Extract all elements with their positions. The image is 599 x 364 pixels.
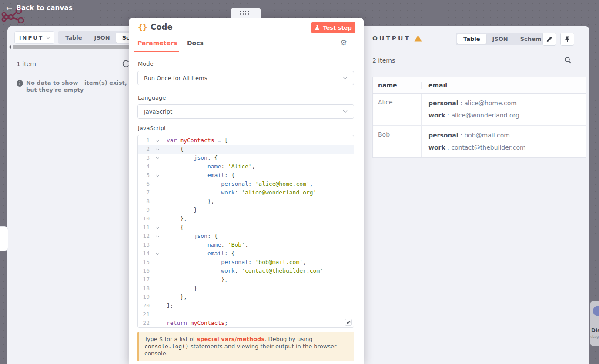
gutter-line: 12: [138, 232, 164, 240]
modal-drag-handle-icon[interactable]: [231, 8, 261, 18]
left-panel-handle[interactable]: [0, 226, 8, 251]
code-line[interactable]: }: [164, 206, 354, 214]
line-number: 17: [138, 275, 150, 284]
hint-code-snippet: console.log(): [144, 343, 189, 350]
fold-chevron-icon[interactable]: [156, 173, 159, 176]
line-number: 20: [138, 301, 150, 310]
gutter-line: 7: [138, 188, 164, 197]
code-line[interactable]: work: 'contact@thebuilder.com': [164, 267, 354, 275]
fold-chevron-icon[interactable]: [156, 138, 159, 141]
code-line[interactable]: var myContacts = [: [164, 136, 354, 145]
code-line[interactable]: return myContacts;: [164, 319, 354, 327]
line-number: 13: [138, 240, 150, 249]
gutter-line: 13: [138, 240, 164, 249]
gutter-line: 14: [138, 249, 164, 258]
flask-icon: [315, 25, 320, 30]
gutter-line: 19: [138, 293, 164, 301]
warning-icon: [414, 35, 422, 42]
line-number: 11: [138, 223, 150, 232]
language-label: Language: [138, 94, 166, 101]
mode-select[interactable]: Run Once for All Items: [137, 71, 354, 85]
code-line[interactable]: name: 'Bob',: [164, 240, 354, 249]
pin-data-button[interactable]: [560, 33, 574, 46]
code-line[interactable]: },: [164, 275, 354, 284]
pin-icon: [565, 36, 570, 42]
gutter-line: 6: [138, 180, 164, 188]
chevron-down-icon: [46, 35, 50, 39]
email-entry: work : contact@thebuilder.com: [428, 143, 579, 152]
code-line[interactable]: json: {: [164, 154, 354, 162]
editor-hint-callout: Type $ for a list of special vars/method…: [137, 332, 354, 361]
language-select[interactable]: JavaScript: [137, 104, 354, 119]
fold-chevron-icon[interactable]: [156, 147, 159, 150]
fold-chevron-icon[interactable]: [156, 251, 159, 254]
edit-output-button[interactable]: [542, 33, 556, 46]
code-line[interactable]: },: [164, 293, 354, 301]
input-tab-table[interactable]: Table: [59, 33, 88, 43]
code-line[interactable]: personal: 'bob@mail.com',: [164, 258, 354, 267]
output-tab-table[interactable]: Table: [457, 34, 486, 44]
gutter-line: 21: [138, 310, 164, 319]
line-number: 21: [138, 310, 150, 319]
editor-resize-handle[interactable]: [345, 319, 352, 326]
input-empty-notice: No data to show - item(s) exist, but the…: [17, 80, 137, 94]
code-editor-label: JavaScript: [138, 125, 166, 131]
resize-icon: [346, 320, 351, 325]
code-editor[interactable]: 12345678910111213141516171819202122 var …: [137, 135, 354, 328]
output-pane-title: OUTPUT: [372, 35, 411, 42]
code-line[interactable]: json: {: [164, 232, 354, 240]
input-tab-json[interactable]: JSON: [88, 33, 116, 43]
code-line[interactable]: name: 'Alice',: [164, 162, 354, 171]
tab-docs[interactable]: Docs: [187, 40, 204, 47]
code-line[interactable]: email: {: [164, 171, 354, 180]
gear-icon[interactable]: ⚙: [340, 39, 347, 47]
code-line[interactable]: email: {: [164, 249, 354, 258]
code-line[interactable]: },: [164, 214, 354, 223]
line-number: 7: [138, 188, 150, 197]
editor-code: var myContacts = [ { json: { name: 'Alic…: [164, 136, 354, 327]
cell-name: Bob: [373, 126, 422, 157]
fold-chevron-icon[interactable]: [156, 156, 159, 159]
line-number: 2: [138, 145, 150, 154]
code-line[interactable]: {: [164, 223, 354, 232]
email-entry: personal : alice@home.com: [428, 99, 579, 108]
scrollbar-left-arrow[interactable]: [9, 45, 11, 49]
fold-chevron-icon[interactable]: [156, 225, 159, 228]
table-row: Bob personal : bob@mail.com work : conta…: [373, 126, 586, 157]
gutter-line: 8: [138, 197, 164, 206]
email-entry: work : alice@wonderland.org: [428, 111, 579, 120]
code-line[interactable]: personal: 'alice@home.com',: [164, 180, 354, 188]
line-number: 5: [138, 171, 150, 180]
search-icon[interactable]: [564, 57, 572, 64]
fold-chevron-icon[interactable]: [156, 234, 159, 237]
special-vars-link[interactable]: special vars/methods: [197, 336, 264, 342]
code-line[interactable]: ];: [164, 301, 354, 310]
back-to-canvas-button[interactable]: ← Back to canvas: [6, 3, 73, 12]
test-step-button[interactable]: Test step: [311, 22, 355, 33]
output-display-mode-tabs: Table JSON Schema: [456, 33, 552, 45]
cell-name: Alice: [373, 94, 422, 125]
output-table-header: name email: [373, 77, 586, 94]
line-number: 22: [138, 319, 150, 327]
code-line[interactable]: work: 'alice@wonderland.org': [164, 188, 354, 197]
tab-parameters[interactable]: Parameters: [137, 40, 177, 47]
input-pane-selector[interactable]: INPUT: [14, 31, 54, 44]
code-line[interactable]: [164, 310, 354, 319]
code-line[interactable]: },: [164, 197, 354, 206]
gutter-line: 22: [138, 319, 164, 327]
hint-text: . Debug by using: [264, 336, 312, 342]
output-tab-json[interactable]: JSON: [486, 34, 514, 44]
chevron-down-icon: [343, 75, 348, 80]
email-entry: personal : bob@mail.com: [428, 131, 579, 140]
line-number: 3: [138, 154, 150, 162]
dimmed-notification: Dis dLega: [590, 301, 599, 346]
language-value: JavaScript: [144, 108, 344, 115]
back-to-canvas-label: Back to canvas: [16, 4, 73, 12]
code-node-icon: {}: [138, 23, 147, 32]
line-number: 18: [138, 284, 150, 293]
code-line[interactable]: }: [164, 284, 354, 293]
app-background: ← Back to canvas INPUT Table JSON Schema…: [0, 0, 599, 364]
active-tab-underline: [134, 51, 179, 52]
code-line[interactable]: {: [164, 145, 354, 154]
code-node-modal: {} Code Test step Parameters Docs ⚙ Mode…: [129, 18, 364, 364]
